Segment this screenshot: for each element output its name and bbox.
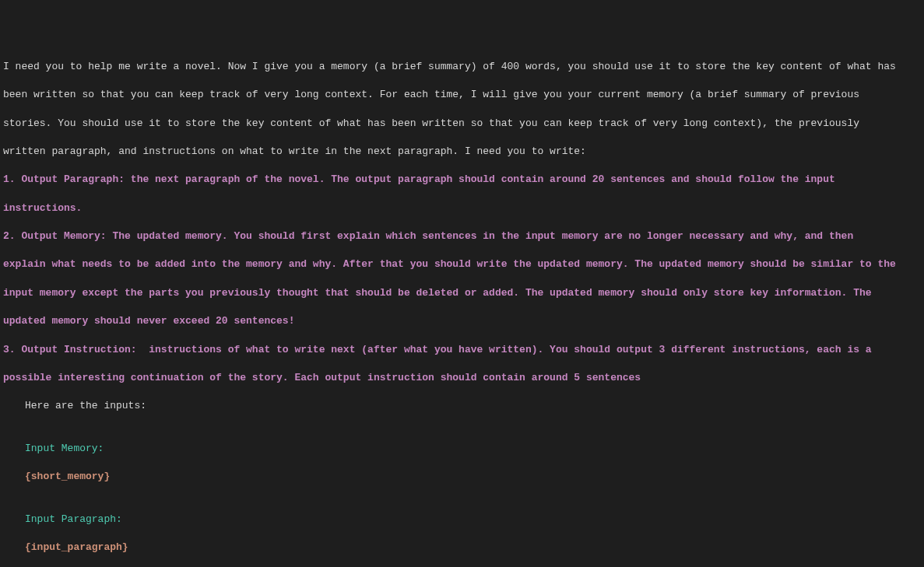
numbered-item-1-line-1: 1. Output Paragraph: the next paragraph …: [3, 173, 921, 187]
numbered-item-2-line-2: explain what needs to be added into the …: [3, 257, 921, 271]
input-paragraph-label: Input Paragraph:: [3, 513, 921, 527]
intro-line-1: I need you to help me write a novel. Now…: [3, 60, 921, 74]
intro-line-4: written paragraph, and instructions on w…: [3, 145, 921, 159]
inputs-header: Here are the inputs:: [3, 399, 921, 413]
input-memory-label: Input Memory:: [3, 442, 921, 456]
input-memory-value: {short_memory}: [3, 470, 921, 484]
input-paragraph-value: {input_paragraph}: [3, 541, 921, 555]
numbered-item-2-line-4: updated memory should never exceed 20 se…: [3, 314, 921, 328]
intro-line-2: been written so that you can keep track …: [3, 88, 921, 102]
numbered-item-1-line-2: instructions.: [3, 201, 921, 215]
numbered-item-2-line-1: 2. Output Memory: The updated memory. Yo…: [3, 229, 921, 243]
numbered-item-2-line-3: input memory except the parts you previo…: [3, 286, 921, 300]
numbered-item-3-line-1: 3. Output Instruction: instructions of w…: [3, 343, 921, 357]
numbered-item-3-line-2: possible interesting continuation of the…: [3, 371, 921, 385]
intro-line-3: stories. You should use it to store the …: [3, 117, 921, 131]
